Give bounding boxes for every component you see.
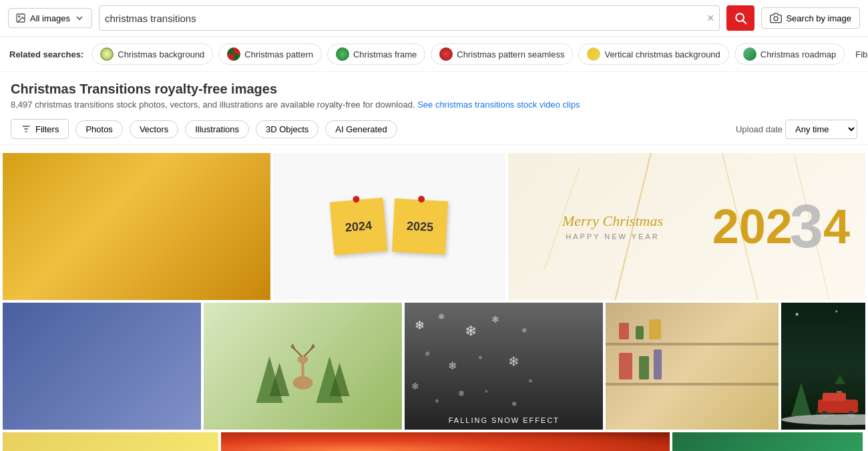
svg-marker-54 <box>791 383 811 416</box>
christmas-pattern-icon <box>227 47 240 61</box>
svg-text:❄: ❄ <box>491 314 499 325</box>
svg-line-13 <box>544 168 580 271</box>
svg-rect-57 <box>818 400 858 413</box>
fibers-label: Fibers <box>855 49 868 59</box>
svg-rect-45 <box>636 326 644 339</box>
christmas-pattern-seamless-label: Christmas pattern seamless <box>457 49 564 59</box>
filters-button[interactable]: Filters <box>11 119 69 139</box>
christmas-pattern-seamless-icon <box>439 47 453 61</box>
svg-rect-62 <box>837 391 842 393</box>
video-clips-link[interactable]: See christmas transitions stock video cl… <box>417 100 580 110</box>
christmas-background-label: Christmas background <box>118 49 204 59</box>
all-images-label: All images <box>30 13 70 23</box>
image-icon <box>15 13 26 23</box>
filter-ai-generated[interactable]: AI Generated <box>325 120 397 138</box>
svg-text:❄: ❄ <box>511 400 517 408</box>
image-row-2: ❄ ❄ ❄ ❄ ❄ ❄ ❄ ❄ ❄ ❄ ❄ ❄ ❄ ❄ ❄ FALLING SN… <box>0 303 868 430</box>
search-bar-row: All images × Search by image <box>0 0 868 37</box>
filters-label: Filters <box>35 124 59 134</box>
image-deer-pattern[interactable] <box>204 303 402 430</box>
image-notes-2024-2025[interactable]: 2024 2025 <box>273 153 506 300</box>
svg-rect-42 <box>606 343 778 345</box>
note-2024: 2024 <box>330 198 388 256</box>
svg-point-1 <box>19 16 20 17</box>
svg-text:❄: ❄ <box>465 323 477 339</box>
search-by-image-button[interactable]: Search by image <box>761 7 860 29</box>
related-chip-christmas-frame[interactable]: Christmas frame <box>327 43 425 65</box>
search-input[interactable] <box>105 13 707 24</box>
svg-rect-47 <box>619 353 632 380</box>
svg-point-4 <box>774 17 778 21</box>
svg-text:★: ★ <box>795 311 799 317</box>
upload-date-group: Upload date Any time Past week Past mont… <box>736 120 857 139</box>
svg-point-20 <box>298 355 308 363</box>
image-bottom-gold[interactable] <box>3 432 218 451</box>
page-title: Christmas Transitions royalty-free image… <box>11 82 857 97</box>
search-button[interactable] <box>726 5 754 31</box>
svg-text:❄: ❄ <box>521 327 527 334</box>
filter-row: Filters Photos Vectors Illustrations 3D … <box>0 114 868 145</box>
camera-icon <box>770 12 782 24</box>
svg-rect-49 <box>654 349 662 380</box>
related-chip-vertical-christmas[interactable]: Vertical christmas background <box>578 43 728 65</box>
vertical-christmas-label: Vertical christmas background <box>604 49 720 59</box>
svg-text:❄: ❄ <box>528 378 533 384</box>
image-blue-gradient[interactable] <box>3 303 201 430</box>
christmas-frame-label: Christmas frame <box>353 49 417 59</box>
all-images-button[interactable]: All images <box>8 8 92 28</box>
svg-text:❄: ❄ <box>425 350 430 357</box>
svg-rect-60 <box>823 393 846 401</box>
notes-wrapper: 2024 2025 <box>332 200 447 253</box>
svg-point-18 <box>293 376 313 390</box>
related-chip-christmas-background[interactable]: Christmas background <box>91 43 213 65</box>
store-svg <box>606 303 778 430</box>
filter-illustrations[interactable]: Illustrations <box>185 120 249 138</box>
svg-text:❄: ❄ <box>448 360 457 371</box>
filter-3d-objects[interactable]: 3D Objects <box>256 120 318 138</box>
christmas-background-icon <box>100 47 114 61</box>
svg-line-12 <box>794 153 829 300</box>
note-2025: 2025 <box>392 198 448 255</box>
related-chip-christmas-pattern-seamless[interactable]: Christmas pattern seamless <box>431 43 573 65</box>
christmas-frame-icon <box>336 47 349 61</box>
svg-line-3 <box>743 21 746 24</box>
upload-date-label: Upload date <box>736 124 783 134</box>
svg-rect-43 <box>606 383 778 386</box>
related-chip-christmas-pattern[interactable]: Christmas pattern <box>218 43 322 65</box>
upload-date-select[interactable]: Any time Past week Past month Past year <box>785 120 857 139</box>
vertical-christmas-icon <box>587 47 600 61</box>
svg-text:❄: ❄ <box>485 390 488 394</box>
svg-line-11 <box>722 153 758 300</box>
image-christmas-cars[interactable]: ★ ★ ★ ★ <box>781 303 865 430</box>
image-christmas-2023[interactable]: Merry Christmas HAPPY NEW YEAR 202 3 4 <box>508 153 865 300</box>
filter-photos[interactable]: Photos <box>75 120 122 138</box>
falling-snow-label: FALLING SNOW EFFECT <box>449 416 560 424</box>
related-chip-christmas-roadmap[interactable]: Christmas roadmap <box>734 43 845 65</box>
title-section: Christmas Transitions royalty-free image… <box>0 72 868 114</box>
svg-text:❄: ❄ <box>478 355 483 361</box>
filter-vectors[interactable]: Vectors <box>130 120 178 138</box>
related-label: Related searches: <box>9 49 83 59</box>
svg-rect-46 <box>649 319 661 339</box>
image-bottom-bokeh[interactable] <box>221 432 670 451</box>
svg-rect-44 <box>619 323 629 339</box>
clear-button[interactable]: × <box>707 12 714 24</box>
svg-line-24 <box>304 349 311 356</box>
image-christmas-store[interactable] <box>606 303 778 430</box>
deer-pattern-svg <box>204 303 402 430</box>
filters-icon <box>21 124 31 134</box>
svg-line-10 <box>616 153 651 300</box>
related-searches-row: Related searches: Christmas background C… <box>0 37 868 72</box>
christmas-roadmap-label: Christmas roadmap <box>761 49 836 59</box>
image-gold-gradient[interactable] <box>3 153 270 300</box>
snowflakes-svg: ❄ ❄ ❄ ❄ ❄ ❄ ❄ ❄ ❄ ❄ ❄ ❄ ❄ ❄ ❄ <box>405 303 603 430</box>
image-row-1: 2024 2025 Merry Christmas HAPPY NEW <box>0 153 868 300</box>
image-snowflakes[interactable]: ❄ ❄ ❄ ❄ ❄ ❄ ❄ ❄ ❄ ❄ ❄ ❄ ❄ ❄ ❄ FALLING SN… <box>405 303 603 430</box>
search-icon <box>734 11 747 25</box>
note-pin-1 <box>353 196 360 203</box>
note-pin-2 <box>418 196 425 203</box>
image-bottom-green[interactable] <box>672 432 863 451</box>
christmas-roadmap-icon <box>743 47 756 61</box>
svg-text:★: ★ <box>835 309 838 313</box>
subtitle: 8,497 christmas transitions stock photos… <box>11 100 857 110</box>
